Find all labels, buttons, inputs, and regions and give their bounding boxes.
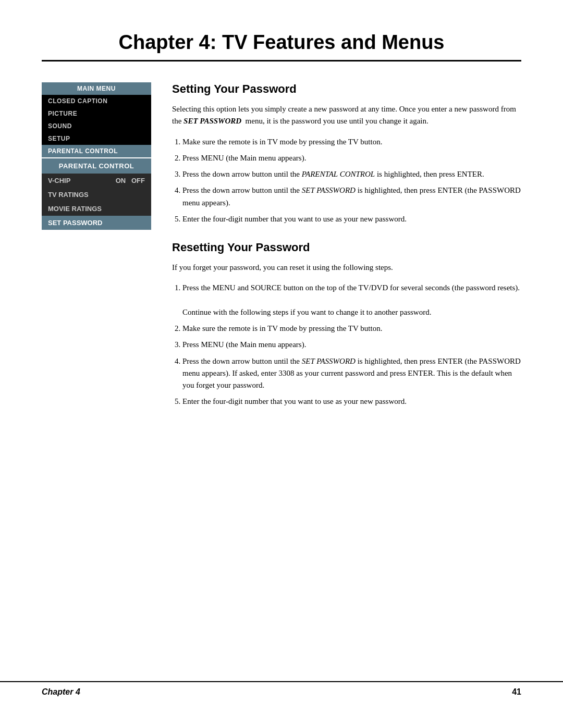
submenu-header-parental-control: PARENTAL CONTROL	[42, 158, 151, 174]
footer-chapter-text: Chapter	[42, 687, 73, 696]
section1-step4: Press the down arrow button until the SE…	[182, 184, 521, 209]
vchip-label: V-CHIP	[48, 177, 70, 184]
submenu-item-vchip[interactable]: V-CHIP ON OFF	[42, 174, 151, 188]
section1-step1: Make sure the remote is in TV mode by pr…	[182, 136, 521, 148]
page-footer: Chapter 4 41	[0, 681, 563, 697]
section2-intro: If you forget your password, you can res…	[172, 262, 521, 274]
submenu-item-tv-ratings[interactable]: TV RATINGS	[42, 188, 151, 202]
section2-step3: Press MENU (the Main menu appears).	[182, 339, 521, 351]
menu-item-picture[interactable]: PICTURE	[42, 107, 151, 120]
section1-step2: Press MENU (the Main menu appears).	[182, 152, 521, 164]
section1-step3: Press the down arrow button until the PA…	[182, 168, 521, 180]
vchip-options: ON OFF	[116, 177, 145, 184]
section2-title: Resetting Your Password	[172, 241, 521, 254]
section1-intro: Selecting this option lets you simply cr…	[172, 103, 521, 128]
submenu-item-movie-ratings[interactable]: MOVIE RATINGS	[42, 202, 151, 216]
section2-steps: Press the MENU and SOURCE button on the …	[182, 282, 521, 408]
menu-item-setup[interactable]: SETUP	[42, 132, 151, 145]
submenu-item-set-password[interactable]: SET PASSWORD	[42, 216, 151, 230]
section2-step5: Enter the four-digit number that you wan…	[182, 396, 521, 408]
section2-step2: Make sure the remote is in TV mode by pr…	[182, 323, 521, 335]
menu-item-sound[interactable]: SOUND	[42, 120, 151, 132]
section2-step4: Press the down arrow button until the SE…	[182, 355, 521, 392]
main-menu-box: MAIN MENU CLOSED CAPTION PICTURE SOUND S…	[42, 82, 151, 157]
section2-step1: Press the MENU and SOURCE button on the …	[182, 282, 521, 318]
page-container: Chapter 4: TV Features and Menus MAIN ME…	[0, 0, 563, 728]
footer-chapter-label: Chapter 4	[42, 687, 80, 697]
footer-page-number: 41	[512, 687, 521, 697]
sidebar: MAIN MENU CLOSED CAPTION PICTURE SOUND S…	[42, 82, 151, 230]
content-area: MAIN MENU CLOSED CAPTION PICTURE SOUND S…	[42, 82, 521, 416]
footer-chapter-number: 4	[76, 687, 80, 696]
chapter-title-bar: Chapter 4: TV Features and Menus	[42, 31, 521, 61]
section2-gap: Resetting Your Password If you forget yo…	[172, 241, 521, 408]
main-content: Setting Your Password Selecting this opt…	[172, 82, 521, 416]
menu-item-closed-caption[interactable]: CLOSED CAPTION	[42, 95, 151, 107]
menu-item-parental-control[interactable]: PARENTAL CONTROL	[42, 145, 151, 157]
parental-control-submenu: PARENTAL CONTROL V-CHIP ON OFF TV RATING…	[42, 158, 151, 230]
section1-step5: Enter the four-digit number that you wan…	[182, 213, 521, 225]
section1-steps: Make sure the remote is in TV mode by pr…	[182, 136, 521, 226]
main-menu-header: MAIN MENU	[42, 82, 151, 95]
chapter-title: Chapter 4: TV Features and Menus	[42, 31, 521, 54]
section1-title: Setting Your Password	[172, 82, 521, 96]
